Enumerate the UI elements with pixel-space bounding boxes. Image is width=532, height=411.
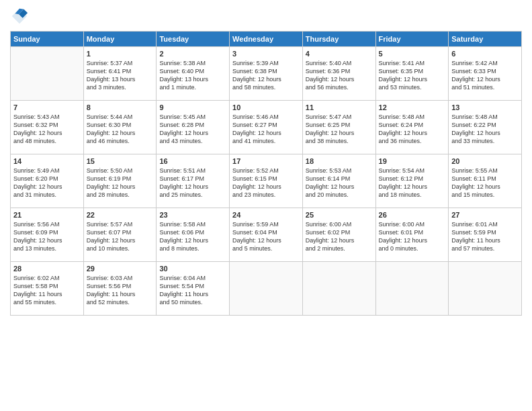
weekday-header-thursday: Thursday: [302, 32, 375, 47]
day-number: 2: [159, 50, 226, 58]
day-number: 25: [306, 211, 373, 219]
day-number: 17: [232, 157, 300, 165]
day-info: Sunrise: 5:49 AM Sunset: 6:20 PM Dayligh…: [13, 167, 81, 199]
week-row-1: 7Sunrise: 5:43 AM Sunset: 6:32 PM Daylig…: [11, 101, 522, 154]
calendar-cell: [230, 262, 303, 316]
day-info: Sunrise: 5:43 AM Sunset: 6:32 PM Dayligh…: [13, 113, 81, 146]
day-info: Sunrise: 5:58 AM Sunset: 6:06 PM Dayligh…: [159, 220, 226, 253]
weekday-header-tuesday: Tuesday: [157, 32, 230, 47]
day-info: Sunrise: 5:44 AM Sunset: 6:30 PM Dayligh…: [87, 113, 154, 146]
day-number: 28: [13, 265, 81, 273]
calendar-cell: 16Sunrise: 5:51 AM Sunset: 6:17 PM Dayli…: [157, 154, 230, 208]
weekday-header-sunday: Sunday: [11, 32, 84, 47]
calendar-cell: 15Sunrise: 5:50 AM Sunset: 6:19 PM Dayli…: [83, 154, 157, 208]
calendar-cell: 28Sunrise: 6:02 AM Sunset: 5:58 PM Dayli…: [11, 262, 84, 316]
day-info: Sunrise: 6:04 AM Sunset: 5:54 PM Dayligh…: [159, 274, 226, 307]
calendar-cell: 20Sunrise: 5:55 AM Sunset: 6:11 PM Dayli…: [449, 154, 522, 208]
day-number: 12: [379, 103, 446, 111]
day-info: Sunrise: 5:51 AM Sunset: 6:17 PM Dayligh…: [159, 167, 226, 199]
day-number: 29: [87, 265, 154, 273]
day-number: 26: [379, 211, 446, 219]
week-row-3: 21Sunrise: 5:56 AM Sunset: 6:09 PM Dayli…: [11, 208, 522, 262]
day-info: Sunrise: 5:41 AM Sunset: 6:35 PM Dayligh…: [379, 59, 446, 92]
calendar-cell: [302, 262, 375, 316]
logo-icon: [10, 7, 29, 26]
day-info: Sunrise: 6:03 AM Sunset: 5:56 PM Dayligh…: [87, 274, 154, 307]
day-number: 3: [232, 50, 300, 58]
day-number: 19: [379, 157, 446, 165]
day-info: Sunrise: 5:48 AM Sunset: 6:22 PM Dayligh…: [451, 113, 519, 146]
calendar-cell: 11Sunrise: 5:47 AM Sunset: 6:25 PM Dayli…: [302, 101, 375, 154]
calendar-cell: [449, 262, 522, 316]
weekday-header-friday: Friday: [375, 32, 449, 47]
calendar-cell: [375, 262, 449, 316]
calendar-cell: 3Sunrise: 5:39 AM Sunset: 6:38 PM Daylig…: [230, 47, 303, 101]
calendar-cell: 29Sunrise: 6:03 AM Sunset: 5:56 PM Dayli…: [83, 262, 157, 316]
day-info: Sunrise: 6:00 AM Sunset: 6:01 PM Dayligh…: [379, 220, 446, 253]
day-number: 8: [87, 103, 154, 111]
day-info: Sunrise: 5:40 AM Sunset: 6:36 PM Dayligh…: [306, 59, 373, 92]
logo: [10, 7, 32, 26]
day-info: Sunrise: 5:48 AM Sunset: 6:24 PM Dayligh…: [379, 113, 446, 146]
calendar-cell: 8Sunrise: 5:44 AM Sunset: 6:30 PM Daylig…: [83, 101, 157, 154]
day-info: Sunrise: 5:56 AM Sunset: 6:09 PM Dayligh…: [13, 220, 81, 253]
day-number: 18: [306, 157, 373, 165]
calendar-cell: 6Sunrise: 5:42 AM Sunset: 6:33 PM Daylig…: [449, 47, 522, 101]
day-number: 21: [13, 211, 81, 219]
day-number: 6: [451, 50, 519, 58]
day-info: Sunrise: 5:46 AM Sunset: 6:27 PM Dayligh…: [232, 113, 300, 146]
calendar-cell: 17Sunrise: 5:52 AM Sunset: 6:15 PM Dayli…: [230, 154, 303, 208]
calendar-cell: 23Sunrise: 5:58 AM Sunset: 6:06 PM Dayli…: [157, 208, 230, 262]
day-info: Sunrise: 6:01 AM Sunset: 5:59 PM Dayligh…: [451, 220, 519, 253]
weekday-header-monday: Monday: [83, 32, 157, 47]
header: [10, 7, 522, 26]
day-info: Sunrise: 5:54 AM Sunset: 6:12 PM Dayligh…: [379, 167, 446, 199]
day-info: Sunrise: 5:45 AM Sunset: 6:28 PM Dayligh…: [159, 113, 226, 146]
day-number: 23: [159, 211, 226, 219]
day-info: Sunrise: 6:02 AM Sunset: 5:58 PM Dayligh…: [13, 274, 81, 307]
calendar-cell: 21Sunrise: 5:56 AM Sunset: 6:09 PM Dayli…: [11, 208, 84, 262]
calendar-cell: 9Sunrise: 5:45 AM Sunset: 6:28 PM Daylig…: [157, 101, 230, 154]
day-number: 30: [159, 265, 226, 273]
weekday-header-row: SundayMondayTuesdayWednesdayThursdayFrid…: [11, 32, 522, 47]
day-info: Sunrise: 5:57 AM Sunset: 6:07 PM Dayligh…: [87, 220, 154, 253]
calendar-cell: 14Sunrise: 5:49 AM Sunset: 6:20 PM Dayli…: [11, 154, 84, 208]
weekday-header-wednesday: Wednesday: [230, 32, 303, 47]
day-number: 1: [87, 50, 154, 58]
day-info: Sunrise: 5:52 AM Sunset: 6:15 PM Dayligh…: [232, 167, 300, 199]
day-number: 15: [87, 157, 154, 165]
calendar-table: SundayMondayTuesdayWednesdayThursdayFrid…: [10, 31, 522, 316]
week-row-0: 1Sunrise: 5:37 AM Sunset: 6:41 PM Daylig…: [11, 47, 522, 101]
day-info: Sunrise: 6:00 AM Sunset: 6:02 PM Dayligh…: [306, 220, 373, 253]
calendar-cell: 5Sunrise: 5:41 AM Sunset: 6:35 PM Daylig…: [375, 47, 449, 101]
calendar-cell: 19Sunrise: 5:54 AM Sunset: 6:12 PM Dayli…: [375, 154, 449, 208]
weekday-header-saturday: Saturday: [449, 32, 522, 47]
day-number: 14: [13, 157, 81, 165]
day-info: Sunrise: 5:38 AM Sunset: 6:40 PM Dayligh…: [159, 59, 226, 92]
day-info: Sunrise: 5:39 AM Sunset: 6:38 PM Dayligh…: [232, 59, 300, 92]
day-info: Sunrise: 5:59 AM Sunset: 6:04 PM Dayligh…: [232, 220, 300, 253]
day-info: Sunrise: 5:37 AM Sunset: 6:41 PM Dayligh…: [87, 59, 154, 92]
day-number: 16: [159, 157, 226, 165]
calendar-cell: 7Sunrise: 5:43 AM Sunset: 6:32 PM Daylig…: [11, 101, 84, 154]
calendar-cell: 22Sunrise: 5:57 AM Sunset: 6:07 PM Dayli…: [83, 208, 157, 262]
day-number: 22: [87, 211, 154, 219]
calendar-cell: 10Sunrise: 5:46 AM Sunset: 6:27 PM Dayli…: [230, 101, 303, 154]
calendar-cell: 13Sunrise: 5:48 AM Sunset: 6:22 PM Dayli…: [449, 101, 522, 154]
day-number: 24: [232, 211, 300, 219]
day-number: 4: [306, 50, 373, 58]
day-number: 27: [451, 211, 519, 219]
calendar-cell: 4Sunrise: 5:40 AM Sunset: 6:36 PM Daylig…: [302, 47, 375, 101]
day-number: 20: [451, 157, 519, 165]
week-row-2: 14Sunrise: 5:49 AM Sunset: 6:20 PM Dayli…: [11, 154, 522, 208]
calendar-cell: 24Sunrise: 5:59 AM Sunset: 6:04 PM Dayli…: [230, 208, 303, 262]
day-number: 7: [13, 103, 81, 111]
day-info: Sunrise: 5:47 AM Sunset: 6:25 PM Dayligh…: [306, 113, 373, 146]
day-info: Sunrise: 5:55 AM Sunset: 6:11 PM Dayligh…: [451, 167, 519, 199]
day-info: Sunrise: 5:50 AM Sunset: 6:19 PM Dayligh…: [87, 167, 154, 199]
day-number: 9: [159, 103, 226, 111]
day-info: Sunrise: 5:53 AM Sunset: 6:14 PM Dayligh…: [306, 167, 373, 199]
day-info: Sunrise: 5:42 AM Sunset: 6:33 PM Dayligh…: [451, 59, 519, 92]
week-row-4: 28Sunrise: 6:02 AM Sunset: 5:58 PM Dayli…: [11, 262, 522, 316]
day-number: 11: [306, 103, 373, 111]
